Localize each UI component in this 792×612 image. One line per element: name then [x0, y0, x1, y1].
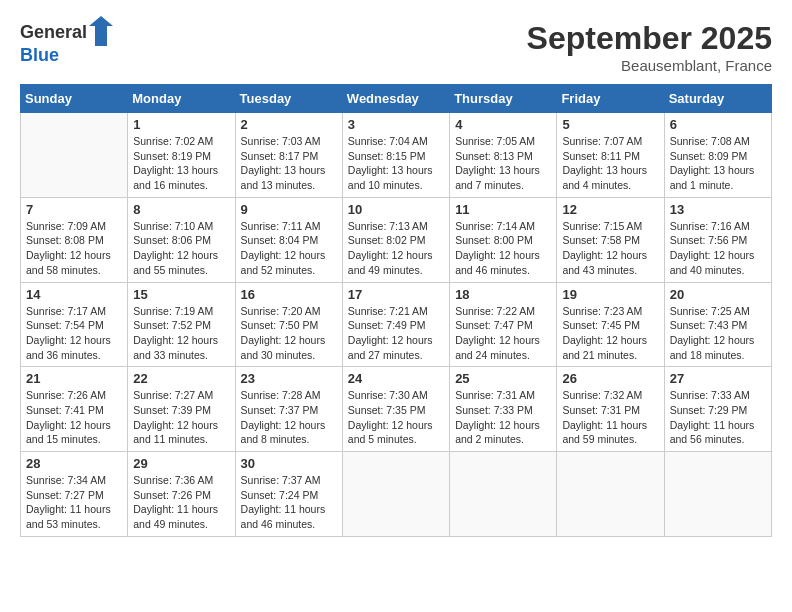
- day-info: Sunrise: 7:27 AMSunset: 7:39 PMDaylight:…: [133, 388, 229, 447]
- day-number: 13: [670, 202, 766, 217]
- calendar-week-row: 21Sunrise: 7:26 AMSunset: 7:41 PMDayligh…: [21, 367, 772, 452]
- logo-icon: [89, 16, 113, 46]
- day-info: Sunrise: 7:25 AMSunset: 7:43 PMDaylight:…: [670, 304, 766, 363]
- daylight-text: Daylight: 12 hours and 24 minutes.: [455, 333, 551, 362]
- day-info: Sunrise: 7:13 AMSunset: 8:02 PMDaylight:…: [348, 219, 444, 278]
- sunrise-text: Sunrise: 7:33 AM: [670, 388, 766, 403]
- calendar-cell: 5Sunrise: 7:07 AMSunset: 8:11 PMDaylight…: [557, 113, 664, 198]
- calendar-cell: 20Sunrise: 7:25 AMSunset: 7:43 PMDayligh…: [664, 282, 771, 367]
- sunrise-text: Sunrise: 7:26 AM: [26, 388, 122, 403]
- sunrise-text: Sunrise: 7:16 AM: [670, 219, 766, 234]
- sunrise-text: Sunrise: 7:19 AM: [133, 304, 229, 319]
- day-info: Sunrise: 7:11 AMSunset: 8:04 PMDaylight:…: [241, 219, 337, 278]
- day-info: Sunrise: 7:36 AMSunset: 7:26 PMDaylight:…: [133, 473, 229, 532]
- sunrise-text: Sunrise: 7:03 AM: [241, 134, 337, 149]
- sunset-text: Sunset: 8:13 PM: [455, 149, 551, 164]
- daylight-text: Daylight: 12 hours and 21 minutes.: [562, 333, 658, 362]
- calendar-cell: 30Sunrise: 7:37 AMSunset: 7:24 PMDayligh…: [235, 452, 342, 537]
- day-number: 3: [348, 117, 444, 132]
- sunrise-text: Sunrise: 7:10 AM: [133, 219, 229, 234]
- weekday-header: Saturday: [664, 85, 771, 113]
- calendar-cell: 16Sunrise: 7:20 AMSunset: 7:50 PMDayligh…: [235, 282, 342, 367]
- day-number: 1: [133, 117, 229, 132]
- sunrise-text: Sunrise: 7:07 AM: [562, 134, 658, 149]
- sunset-text: Sunset: 7:56 PM: [670, 233, 766, 248]
- sunrise-text: Sunrise: 7:22 AM: [455, 304, 551, 319]
- sunrise-text: Sunrise: 7:17 AM: [26, 304, 122, 319]
- daylight-text: Daylight: 12 hours and 2 minutes.: [455, 418, 551, 447]
- sunset-text: Sunset: 7:47 PM: [455, 318, 551, 333]
- calendar-cell: 2Sunrise: 7:03 AMSunset: 8:17 PMDaylight…: [235, 113, 342, 198]
- calendar-cell: 8Sunrise: 7:10 AMSunset: 8:06 PMDaylight…: [128, 197, 235, 282]
- calendar-table: SundayMondayTuesdayWednesdayThursdayFrid…: [20, 84, 772, 537]
- svg-marker-0: [89, 16, 113, 46]
- calendar-cell: [342, 452, 449, 537]
- sunrise-text: Sunrise: 7:31 AM: [455, 388, 551, 403]
- page-header: General Blue September 2025 Beausemblant…: [20, 20, 772, 74]
- sunset-text: Sunset: 8:08 PM: [26, 233, 122, 248]
- logo-general: General: [20, 23, 87, 43]
- sunset-text: Sunset: 8:09 PM: [670, 149, 766, 164]
- day-info: Sunrise: 7:30 AMSunset: 7:35 PMDaylight:…: [348, 388, 444, 447]
- sunrise-text: Sunrise: 7:05 AM: [455, 134, 551, 149]
- calendar-cell: [664, 452, 771, 537]
- day-info: Sunrise: 7:09 AMSunset: 8:08 PMDaylight:…: [26, 219, 122, 278]
- calendar-cell: [557, 452, 664, 537]
- day-info: Sunrise: 7:22 AMSunset: 7:47 PMDaylight:…: [455, 304, 551, 363]
- sunrise-text: Sunrise: 7:15 AM: [562, 219, 658, 234]
- sunrise-text: Sunrise: 7:23 AM: [562, 304, 658, 319]
- calendar-cell: 4Sunrise: 7:05 AMSunset: 8:13 PMDaylight…: [450, 113, 557, 198]
- daylight-text: Daylight: 12 hours and 18 minutes.: [670, 333, 766, 362]
- sunrise-text: Sunrise: 7:30 AM: [348, 388, 444, 403]
- calendar-week-row: 1Sunrise: 7:02 AMSunset: 8:19 PMDaylight…: [21, 113, 772, 198]
- sunset-text: Sunset: 8:11 PM: [562, 149, 658, 164]
- day-number: 26: [562, 371, 658, 386]
- sunset-text: Sunset: 7:52 PM: [133, 318, 229, 333]
- day-number: 15: [133, 287, 229, 302]
- sunset-text: Sunset: 8:00 PM: [455, 233, 551, 248]
- sunrise-text: Sunrise: 7:11 AM: [241, 219, 337, 234]
- daylight-text: Daylight: 11 hours and 59 minutes.: [562, 418, 658, 447]
- day-info: Sunrise: 7:15 AMSunset: 7:58 PMDaylight:…: [562, 219, 658, 278]
- day-number: 17: [348, 287, 444, 302]
- day-number: 12: [562, 202, 658, 217]
- calendar-cell: 10Sunrise: 7:13 AMSunset: 8:02 PMDayligh…: [342, 197, 449, 282]
- daylight-text: Daylight: 12 hours and 36 minutes.: [26, 333, 122, 362]
- sunset-text: Sunset: 8:06 PM: [133, 233, 229, 248]
- day-info: Sunrise: 7:37 AMSunset: 7:24 PMDaylight:…: [241, 473, 337, 532]
- day-number: 29: [133, 456, 229, 471]
- calendar-cell: 22Sunrise: 7:27 AMSunset: 7:39 PMDayligh…: [128, 367, 235, 452]
- sunrise-text: Sunrise: 7:25 AM: [670, 304, 766, 319]
- day-info: Sunrise: 7:21 AMSunset: 7:49 PMDaylight:…: [348, 304, 444, 363]
- calendar-cell: 18Sunrise: 7:22 AMSunset: 7:47 PMDayligh…: [450, 282, 557, 367]
- day-number: 21: [26, 371, 122, 386]
- day-info: Sunrise: 7:02 AMSunset: 8:19 PMDaylight:…: [133, 134, 229, 193]
- day-number: 4: [455, 117, 551, 132]
- logo-text: General Blue: [20, 20, 113, 66]
- day-info: Sunrise: 7:07 AMSunset: 8:11 PMDaylight:…: [562, 134, 658, 193]
- calendar-cell: 13Sunrise: 7:16 AMSunset: 7:56 PMDayligh…: [664, 197, 771, 282]
- day-number: 25: [455, 371, 551, 386]
- day-info: Sunrise: 7:33 AMSunset: 7:29 PMDaylight:…: [670, 388, 766, 447]
- daylight-text: Daylight: 13 hours and 7 minutes.: [455, 163, 551, 192]
- sunrise-text: Sunrise: 7:04 AM: [348, 134, 444, 149]
- sunrise-text: Sunrise: 7:37 AM: [241, 473, 337, 488]
- day-info: Sunrise: 7:14 AMSunset: 8:00 PMDaylight:…: [455, 219, 551, 278]
- day-info: Sunrise: 7:16 AMSunset: 7:56 PMDaylight:…: [670, 219, 766, 278]
- weekday-header: Sunday: [21, 85, 128, 113]
- weekday-header: Friday: [557, 85, 664, 113]
- location-title: Beausemblant, France: [527, 57, 772, 74]
- sunset-text: Sunset: 7:37 PM: [241, 403, 337, 418]
- weekday-header: Wednesday: [342, 85, 449, 113]
- sunset-text: Sunset: 7:54 PM: [26, 318, 122, 333]
- day-info: Sunrise: 7:20 AMSunset: 7:50 PMDaylight:…: [241, 304, 337, 363]
- sunrise-text: Sunrise: 7:21 AM: [348, 304, 444, 319]
- calendar-week-row: 14Sunrise: 7:17 AMSunset: 7:54 PMDayligh…: [21, 282, 772, 367]
- sunrise-text: Sunrise: 7:27 AM: [133, 388, 229, 403]
- sunrise-text: Sunrise: 7:34 AM: [26, 473, 122, 488]
- sunset-text: Sunset: 7:29 PM: [670, 403, 766, 418]
- calendar-cell: 9Sunrise: 7:11 AMSunset: 8:04 PMDaylight…: [235, 197, 342, 282]
- day-info: Sunrise: 7:17 AMSunset: 7:54 PMDaylight:…: [26, 304, 122, 363]
- sunset-text: Sunset: 8:17 PM: [241, 149, 337, 164]
- day-number: 28: [26, 456, 122, 471]
